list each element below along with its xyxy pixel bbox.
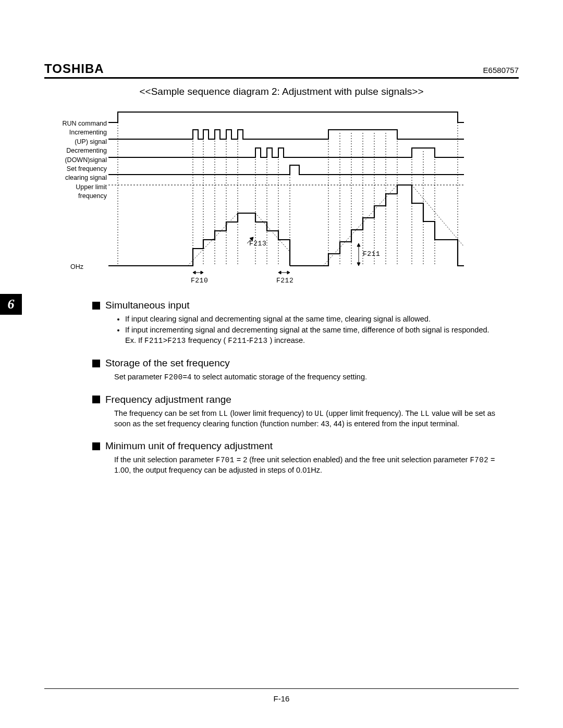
signal-label-column: RUN command Incrementing (UP) signal Dec… [44,120,107,201]
document-number: E6580757 [483,66,519,75]
heading-minunit: Minimum unit of frequency adjustment [105,440,273,452]
section-range: Frequency adjustment range The frequency… [92,394,513,429]
heading-range: Frequency adjustment range [105,394,231,405]
label-up-1: Incrementing [44,129,107,136]
heading-simultaneous: Simultaneous input [105,300,190,311]
footer-rule [44,688,519,689]
section-tab: 6 [0,294,22,315]
diagram-title: <<Sample sequence diagram 2: Adjustment … [44,86,519,97]
bullet-square-icon [92,396,100,403]
header-rule [44,77,519,79]
sim-bullet-2: If input incrementing signal and decreme… [125,325,513,336]
storage-body: Set parameter F200=4 to select automatic… [114,372,513,382]
sim-example: Ex. If F211>F213 frequency ( F211-F213 )… [125,336,513,346]
label-down-1: Decrementing [44,147,107,154]
timing-svg [99,107,464,287]
page: TOSHIBA E6580757 6 <<Sample sequence dia… [0,0,563,728]
page-number: F-16 [0,694,563,703]
minunit-body: If the unit selection parameter F701 = 2… [114,455,513,475]
content-area: Simultaneous input If input clearing sig… [92,300,513,476]
label-f212: F212 [276,277,293,285]
label-f210: F210 [191,277,208,285]
section-simultaneous: Simultaneous input If input clearing sig… [92,300,513,346]
brand-logo: TOSHIBA [44,61,104,76]
bullet-square-icon [92,302,100,310]
label-ohz: OHz [70,263,83,270]
bullet-square-icon [92,360,100,367]
label-run: RUN command [44,120,107,127]
section-minunit: Minimum unit of frequency adjustment If … [92,440,513,475]
label-up-2: (UP) signal [44,138,107,145]
section-storage: Storage of the set frequency Set paramet… [92,357,513,382]
label-down-2: (DOWN)signal [44,156,107,164]
sim-bullet-1: If input clearing signal and decrementin… [125,314,513,325]
label-clr-2: clearing signal [44,174,107,181]
label-f211: F211 [363,250,380,258]
timing-diagram: RUN command Incrementing (UP) signal Dec… [99,107,464,284]
label-f213: F213 [249,240,266,248]
bullet-square-icon [92,442,100,450]
label-clr-1: Set frequency [44,165,107,172]
label-ul-1: Upper limit [44,183,107,191]
range-body: The frequency can be set from LL (lower … [114,409,513,429]
label-ul-2: frequency [44,192,107,200]
heading-storage: Storage of the set frequency [105,357,230,369]
